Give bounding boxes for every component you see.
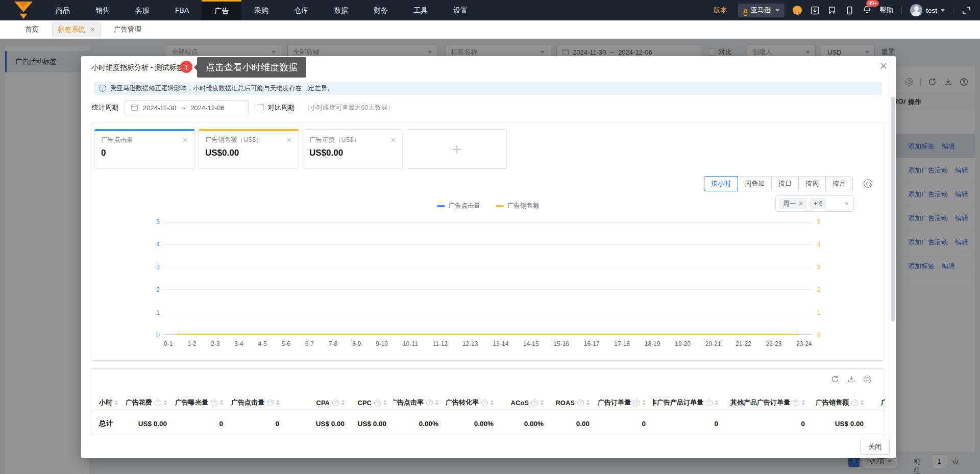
metric-card[interactable]: 广告花费（US$）✕US$0.00 <box>303 129 403 169</box>
fullscreen-icon[interactable] <box>962 6 971 15</box>
nav-item-数据[interactable]: 数据 <box>321 0 361 20</box>
chart-settings-gear-icon[interactable] <box>864 179 872 188</box>
marketplace-switcher[interactable]: a 亚马逊 <box>738 4 785 17</box>
tab-广告管理[interactable]: 广告管理 <box>114 25 141 34</box>
sort-icon[interactable] <box>276 400 279 405</box>
total-cell: US$ 0.00 <box>286 420 352 428</box>
col-header[interactable]: 其他产品广告订单量? <box>725 398 812 407</box>
col-header[interactable]: 广告曝光量? <box>174 398 230 407</box>
line-chart-plot <box>164 222 812 335</box>
period-date-range[interactable]: 2024-11-30 ~ 2024-12-06 <box>125 100 249 115</box>
compare-period-checkbox[interactable]: 对比周期 <box>257 103 295 112</box>
help-icon[interactable]: ? <box>633 400 640 406</box>
nav-item-商品[interactable]: 商品 <box>43 0 83 20</box>
nav-item-采购[interactable]: 采购 <box>241 0 281 20</box>
col-header[interactable]: 广告销售额? <box>812 398 871 407</box>
refresh-icon[interactable] <box>831 375 839 383</box>
brand-fox-logo-icon[interactable] <box>13 1 36 19</box>
help-icon[interactable]: ? <box>332 400 339 406</box>
metric-card[interactable]: 广告销售额（US$）✕US$0.00 <box>199 129 299 169</box>
col-label: CPA <box>316 399 330 407</box>
help-link[interactable]: 帮助 <box>879 6 893 15</box>
gear-icon[interactable] <box>864 376 871 383</box>
close-button[interactable]: 关闭 <box>860 439 890 455</box>
nav-item-销售[interactable]: 销售 <box>83 0 122 20</box>
help-icon[interactable]: ? <box>481 400 488 406</box>
download-center-icon[interactable] <box>810 6 819 15</box>
help-icon[interactable]: ? <box>793 400 799 406</box>
sort-icon[interactable] <box>861 400 864 405</box>
nav-item-设置[interactable]: 设置 <box>440 0 480 20</box>
close-icon[interactable]: ✕ <box>879 61 888 71</box>
granularity-按周[interactable]: 按周 <box>798 176 826 191</box>
sort-up-caret <box>861 400 864 402</box>
granularity-按月[interactable]: 按月 <box>825 176 853 191</box>
help-icon[interactable]: ? <box>577 400 584 406</box>
support-icon[interactable] <box>793 6 802 15</box>
col-header[interactable]: ROAS? <box>551 399 597 407</box>
notifications-button[interactable]: 99+ <box>862 5 871 16</box>
granularity-按小时[interactable]: 按小时 <box>704 176 738 191</box>
help-icon[interactable]: ? <box>706 400 713 406</box>
col-header[interactable]: CPC? <box>352 399 394 407</box>
tab-标签系统[interactable]: 标签系统✕ <box>52 22 101 37</box>
sort-icon[interactable] <box>435 400 438 405</box>
sort-icon[interactable] <box>541 400 544 405</box>
nav-item-工具[interactable]: 工具 <box>401 0 440 20</box>
col-header[interactable]: 本广告产品订单量? <box>653 398 725 407</box>
remove-card-icon[interactable]: ✕ <box>390 136 396 144</box>
help-icon[interactable]: ? <box>374 400 381 406</box>
legend-item[interactable]: 广告销售额 <box>496 202 540 210</box>
sort-up-caret <box>115 400 118 402</box>
mobile-app-icon[interactable] <box>845 6 854 15</box>
tab-首页[interactable]: 首页 <box>25 25 39 34</box>
download-icon[interactable] <box>847 375 855 383</box>
sort-icon[interactable] <box>643 400 646 405</box>
add-metric-card-button[interactable]: + <box>407 129 507 169</box>
sort-icon[interactable] <box>802 400 805 405</box>
y-right-tick: 0 <box>817 332 835 339</box>
close-tab-icon[interactable]: ✕ <box>90 27 95 33</box>
sort-icon[interactable] <box>383 400 386 405</box>
col-header[interactable]: 广告花费? <box>126 398 174 407</box>
granularity-周叠加[interactable]: 周叠加 <box>738 176 772 191</box>
sort-icon[interactable] <box>341 400 345 405</box>
col-header[interactable]: 广告点击率? <box>394 398 446 407</box>
help-icon[interactable]: ? <box>851 400 858 406</box>
remove-card-icon[interactable]: ✕ <box>286 136 292 144</box>
sort-icon[interactable] <box>115 400 118 405</box>
sort-down-caret <box>586 403 590 405</box>
col-header[interactable]: 广告 <box>871 398 885 407</box>
help-icon[interactable]: ? <box>426 400 433 406</box>
col-header[interactable]: 广告订单量? <box>597 398 653 407</box>
metric-card[interactable]: 广告点击量✕0 <box>94 129 194 169</box>
col-header[interactable]: 广告点击量? <box>230 398 286 407</box>
nav-item-财务[interactable]: 财务 <box>361 0 401 20</box>
sort-icon[interactable] <box>715 400 718 405</box>
nav-item-客服[interactable]: 客服 <box>122 0 162 20</box>
scrollbar-thumb[interactable] <box>891 97 895 321</box>
remove-card-icon[interactable]: ✕ <box>182 136 188 144</box>
nav-item-FBA[interactable]: FBA <box>162 0 202 20</box>
col-header[interactable]: 小时 <box>90 398 126 407</box>
help-icon[interactable]: ? <box>531 400 538 406</box>
help-icon[interactable]: ? <box>155 400 161 406</box>
help-icon[interactable]: ? <box>267 400 274 406</box>
user-menu[interactable]: test <box>910 4 945 16</box>
sort-icon[interactable] <box>491 400 494 405</box>
col-header[interactable]: ACoS? <box>501 399 551 407</box>
granularity-按日[interactable]: 按日 <box>771 176 799 191</box>
sort-icon[interactable] <box>164 400 167 405</box>
col-header[interactable]: 广告转化率? <box>446 398 501 407</box>
modal-scrollbar[interactable] <box>890 56 896 458</box>
nav-item-广告[interactable]: 广告 <box>202 0 241 20</box>
help-icon[interactable]: ? <box>211 400 217 406</box>
col-header[interactable]: CPA? <box>286 399 352 407</box>
nav-item-仓库[interactable]: 仓库 <box>281 0 321 20</box>
version-link[interactable]: 版本 <box>714 6 727 15</box>
card-value: US$0.00 <box>309 148 396 158</box>
feedback-icon[interactable] <box>827 6 837 15</box>
sort-icon[interactable] <box>220 400 223 405</box>
legend-item[interactable]: 广告点击量 <box>437 202 481 210</box>
sort-icon[interactable] <box>586 400 590 405</box>
